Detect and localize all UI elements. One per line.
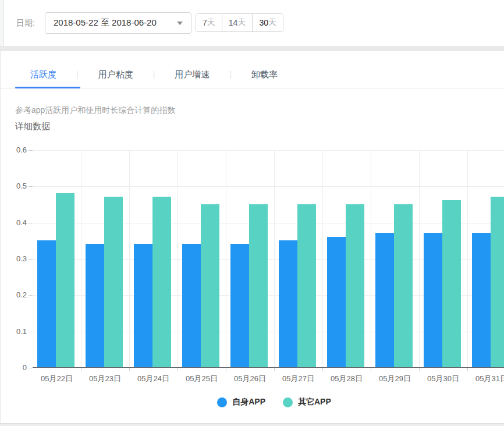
y-axis-label: 0.5 <box>0 182 27 190</box>
bar-self-app <box>134 244 152 367</box>
gridline-horizontal <box>33 223 504 223</box>
gridline-vertical <box>467 150 468 367</box>
gridline-horizontal <box>33 186 504 187</box>
gridline-vertical <box>81 150 81 367</box>
bar-other-app <box>104 197 123 367</box>
range-button-unit: 天 <box>237 17 246 28</box>
section-title: 详细数据 <box>15 121 50 132</box>
y-axis-label: 0 <box>0 363 27 372</box>
x-axis-label: 05月31日 <box>467 374 504 384</box>
y-axis-labels: 00.10.20.30.40.50.6 <box>0 150 27 368</box>
gridline-vertical <box>129 150 130 367</box>
page-bottom-band <box>0 423 504 426</box>
gridline-vertical <box>419 150 420 367</box>
chart-plot <box>33 150 504 368</box>
tab-activity[interactable]: 活跃度 <box>15 69 72 80</box>
page-background-sliver <box>0 0 4 46</box>
x-axis-tick <box>178 368 178 371</box>
y-axis-label: 0.1 <box>0 327 27 336</box>
gridline-vertical <box>226 150 226 367</box>
metric-description: 参考app活跃用户和使用时长综合计算的指数 <box>15 105 175 116</box>
range-button-unit: 天 <box>268 17 276 28</box>
y-axis-tick <box>29 368 33 368</box>
bar-other-app <box>346 204 364 368</box>
bar-self-app <box>472 233 491 367</box>
x-axis-label: 05月27日 <box>274 374 322 384</box>
x-axis-label: 05月26日 <box>226 374 274 384</box>
bar-self-app <box>86 244 104 367</box>
date-filter-bar: 日期: 2018-05-22 至 2018-06-20 7天 14天 30天 <box>5 0 504 46</box>
x-axis-tick <box>467 368 468 371</box>
x-axis-label: 05月28日 <box>322 374 371 384</box>
range-button-30d[interactable]: 30天 <box>252 14 283 31</box>
dashboard-page: 日期: 2018-05-22 至 2018-06-20 7天 14天 30天 活… <box>0 0 504 426</box>
range-button-7d[interactable]: 7天 <box>196 14 222 31</box>
x-axis-label: 05月23日 <box>81 374 129 384</box>
tab-separator: | <box>153 70 155 79</box>
bar-self-app <box>230 244 249 367</box>
y-axis-label: 0.6 <box>0 145 27 154</box>
range-button-number: 30 <box>259 18 268 27</box>
tab-separator: | <box>229 70 232 79</box>
bar-self-app <box>182 244 201 367</box>
bar-other-app <box>491 197 504 367</box>
bar-other-app <box>297 204 316 368</box>
gridline-vertical <box>322 150 323 367</box>
tab-uninstall-rate[interactable]: 卸载率 <box>236 69 293 80</box>
tab-user-stickiness[interactable]: 用户粘度 <box>83 69 148 80</box>
x-axis-tick <box>226 368 226 371</box>
legend-dot-other-app-icon <box>283 397 293 407</box>
bar-other-app <box>442 200 461 367</box>
x-axis-tick <box>371 368 371 371</box>
x-axis-labels: 05月22日05月23日05月24日05月25日05月26日05月27日05月2… <box>33 374 504 385</box>
tab-separator: | <box>76 70 79 79</box>
legend-dot-self-app-icon <box>217 397 227 407</box>
y-axis-label: 0.4 <box>0 218 27 227</box>
bar-other-app <box>152 197 171 367</box>
bar-self-app <box>37 240 56 367</box>
bar-other-app <box>249 204 268 368</box>
x-axis-tick <box>129 368 130 371</box>
section-divider-band <box>0 46 504 51</box>
x-axis-tick <box>419 368 420 371</box>
bar-other-app <box>56 193 74 367</box>
bar-self-app <box>327 237 346 367</box>
x-axis-label: 05月29日 <box>371 374 419 384</box>
bar-other-app <box>394 204 413 368</box>
gridline-vertical <box>371 150 371 367</box>
metric-tabs: 活跃度 | 用户粘度 | 用户增速 | 卸载率 <box>15 63 293 86</box>
x-axis-label: 05月22日 <box>33 374 81 384</box>
date-filter-label: 日期: <box>16 18 35 29</box>
bar-other-app <box>201 204 219 368</box>
legend-item-self-app[interactable]: 自身APP <box>217 397 265 407</box>
x-axis-label: 05月24日 <box>129 374 178 384</box>
y-axis-tick <box>29 259 33 260</box>
x-axis-label: 05月30日 <box>419 374 467 384</box>
y-axis-tick <box>29 295 33 296</box>
range-button-number: 14 <box>229 18 238 27</box>
gridline-vertical <box>178 150 178 367</box>
x-axis-tick <box>322 368 323 371</box>
chart-legend: 自身APP其它APP <box>33 394 504 410</box>
x-axis-tick <box>81 368 81 371</box>
gridline-horizontal <box>33 150 504 151</box>
y-axis-tick <box>29 332 33 332</box>
quick-range-button-group: 7天 14天 30天 <box>196 13 283 32</box>
x-axis-label: 05月25日 <box>178 374 226 384</box>
active-tab-underline <box>15 87 80 88</box>
y-axis-tick <box>29 223 33 223</box>
x-axis-tick <box>274 368 275 371</box>
tab-user-growth[interactable]: 用户增速 <box>159 69 225 80</box>
y-axis-tick <box>29 150 33 151</box>
bar-self-app <box>279 240 297 367</box>
date-range-select[interactable]: 2018-05-22 至 2018-06-20 <box>45 12 191 34</box>
legend-label: 自身APP <box>232 397 265 407</box>
date-range-value: 2018-05-22 至 2018-06-20 <box>54 17 157 29</box>
y-axis-label: 0.2 <box>0 290 27 299</box>
legend-item-other-app[interactable]: 其它APP <box>283 397 331 407</box>
range-button-number: 7 <box>203 18 207 27</box>
range-button-14d[interactable]: 14天 <box>222 14 253 31</box>
y-axis-label: 0.3 <box>0 254 27 263</box>
legend-label: 其它APP <box>298 397 331 407</box>
gridline-vertical <box>274 150 275 367</box>
